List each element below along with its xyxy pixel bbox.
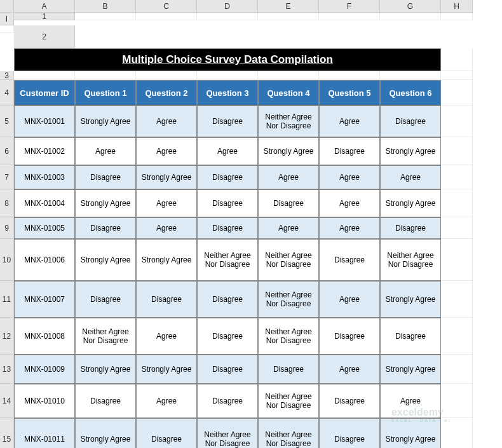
row-header-3[interactable]: 3 [0,71,14,80]
row-header-13[interactable]: 13 [0,355,14,384]
answer-cell[interactable]: Disagree [75,217,136,239]
cell-i2[interactable] [441,48,473,71]
answer-cell[interactable]: Disagree [197,318,258,355]
cell-i14[interactable] [441,384,473,418]
answer-cell[interactable]: Strongly Agree [380,355,441,384]
answer-cell[interactable]: Disagree [380,318,441,355]
customer-id-cell[interactable]: MNX-01004 [14,189,75,217]
row-header-15[interactable]: 15 [0,418,14,448]
answer-cell[interactable]: Agree [380,165,441,189]
answer-cell[interactable]: Agree [258,165,319,189]
row-header-4[interactable]: 4 [0,80,14,105]
cell-i9[interactable] [441,217,473,239]
cell-i5[interactable] [441,105,473,137]
customer-id-cell[interactable]: MNX-01002 [14,137,75,165]
row-header-12[interactable]: 12 [0,318,14,355]
column-header-a[interactable]: A [14,0,75,13]
answer-cell[interactable]: Strongly Agree [380,418,441,448]
answer-cell[interactable]: Disagree [258,189,319,217]
empty-cell[interactable] [380,13,441,20]
answer-cell[interactable]: Agree [319,217,380,239]
empty-cell[interactable] [136,71,197,80]
cell-i4[interactable] [441,80,473,105]
answer-cell[interactable]: Disagree [319,239,380,281]
row-header-14[interactable]: 14 [0,384,14,418]
empty-cell[interactable] [441,71,473,80]
answer-cell[interactable]: Neither Agree Nor Disagree [258,318,319,355]
column-header-h[interactable]: H [441,0,473,13]
answer-cell[interactable]: Strongly Agree [136,165,197,189]
cell-i7[interactable] [441,165,473,189]
row-header-11[interactable]: 11 [0,281,14,318]
answer-cell[interactable]: Agree [136,384,197,418]
empty-cell[interactable] [14,71,75,80]
empty-cell[interactable] [197,13,258,20]
answer-cell[interactable]: Neither Agree Nor Disagree [258,384,319,418]
answer-cell[interactable]: Agree [319,165,380,189]
answer-cell[interactable]: Disagree [197,105,258,137]
column-header-e[interactable]: E [258,0,319,13]
answer-cell[interactable]: Disagree [197,384,258,418]
answer-cell[interactable]: Disagree [136,281,197,318]
answer-cell[interactable]: Neither Agree Nor Disagree [258,281,319,318]
select-all-corner[interactable] [0,0,14,13]
answer-cell[interactable]: Neither Agree Nor Disagree [258,105,319,137]
answer-cell[interactable]: Strongly Agree [75,355,136,384]
cell-i6[interactable] [441,137,473,165]
empty-cell[interactable] [75,71,136,80]
empty-cell[interactable] [258,71,319,80]
customer-id-cell[interactable]: MNX-01008 [14,318,75,355]
row-header-8[interactable]: 8 [0,189,14,217]
answer-cell[interactable]: Agree [319,355,380,384]
row-header-7[interactable]: 7 [0,165,14,189]
customer-id-cell[interactable]: MNX-01001 [14,105,75,137]
answer-cell[interactable]: Disagree [197,217,258,239]
answer-cell[interactable]: Strongly Agree [75,239,136,281]
customer-id-cell[interactable]: MNX-01011 [14,418,75,448]
answer-cell[interactable]: Agree [136,217,197,239]
answer-cell[interactable]: Disagree [380,105,441,137]
answer-cell[interactable]: Agree [319,189,380,217]
answer-cell[interactable]: Disagree [258,355,319,384]
cell-i12[interactable] [441,318,473,355]
answer-cell[interactable]: Disagree [136,418,197,448]
answer-cell[interactable]: Agree [136,318,197,355]
answer-cell[interactable]: Strongly Agree [75,105,136,137]
answer-cell[interactable]: Strongly Agree [380,281,441,318]
answer-cell[interactable]: Disagree [75,165,136,189]
answer-cell[interactable]: Neither Agree Nor Disagree [380,239,441,281]
answer-cell[interactable]: Strongly Agree [136,355,197,384]
answer-cell[interactable]: Neither Agree Nor Disagree [258,239,319,281]
customer-id-cell[interactable]: MNX-01007 [14,281,75,318]
answer-cell[interactable]: Disagree [319,318,380,355]
answer-cell[interactable]: Strongly Agree [75,418,136,448]
answer-cell[interactable]: Neither Agree Nor Disagree [197,239,258,281]
answer-cell[interactable]: Disagree [197,165,258,189]
column-header-f[interactable]: F [319,0,380,13]
answer-cell[interactable]: Agree [136,189,197,217]
empty-cell[interactable] [75,13,136,20]
empty-cell[interactable] [258,13,319,20]
answer-cell[interactable]: Disagree [319,418,380,448]
cell-i15[interactable] [441,418,473,448]
answer-cell[interactable]: Agree [136,105,197,137]
cell-i8[interactable] [441,189,473,217]
empty-cell[interactable] [197,71,258,80]
customer-id-cell[interactable]: MNX-01006 [14,239,75,281]
cell-i10[interactable] [441,239,473,281]
answer-cell[interactable]: Neither Agree Nor Disagree [75,318,136,355]
column-header-g[interactable]: G [380,0,441,13]
answer-cell[interactable]: Agree [258,217,319,239]
answer-cell[interactable]: Strongly Agree [136,239,197,281]
empty-cell[interactable] [0,25,14,33]
answer-cell[interactable]: Strongly Agree [75,189,136,217]
answer-cell[interactable]: Strongly Agree [380,137,441,165]
empty-cell[interactable] [319,13,380,20]
column-header-c[interactable]: C [136,0,197,13]
row-header-6[interactable]: 6 [0,137,14,165]
row-header-2[interactable]: 2 [14,25,75,48]
answer-cell[interactable]: Disagree [197,281,258,318]
row-header-1[interactable]: 1 [14,13,75,20]
empty-cell[interactable] [319,71,380,80]
customer-id-cell[interactable]: MNX-01010 [14,384,75,418]
